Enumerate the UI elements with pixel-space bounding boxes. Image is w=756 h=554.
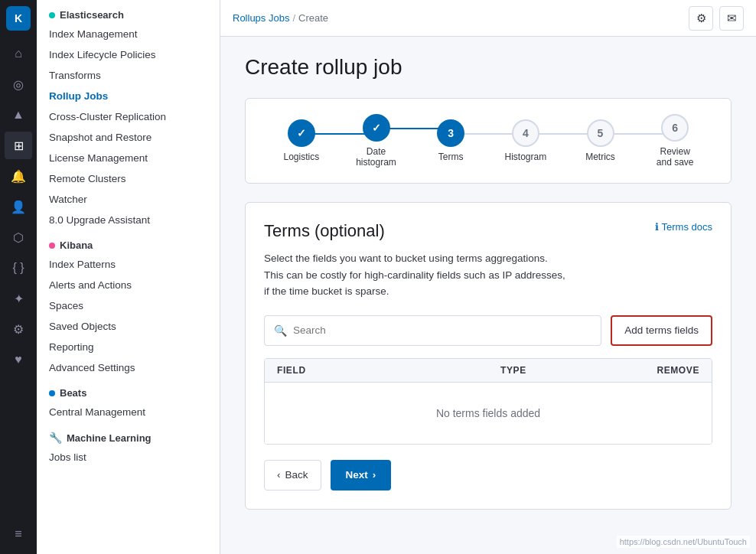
sidebar-item-saved-objects[interactable]: Saved Objects (37, 316, 220, 337)
breadcrumb: Rollups Jobs / Create (233, 12, 328, 24)
sidebar-section-beats: Beats (37, 378, 220, 402)
sidebar-item-jobs-list[interactable]: Jobs list (37, 447, 220, 468)
sidebar-section-ml: 🔧 Machine Learning (37, 422, 220, 447)
topbar-icons: ⚙ ✉ (689, 6, 744, 31)
rail-alert-icon[interactable]: 🔔 (5, 162, 32, 190)
gear-button[interactable]: ⚙ (689, 6, 713, 31)
step-1-circle: ✓ (288, 119, 315, 147)
step-2-label: Date histogram (356, 146, 396, 168)
step-5-circle: 5 (587, 119, 614, 147)
breadcrumb-separator: / (292, 12, 295, 24)
sidebar-section-elasticsearch: Elasticsearch (37, 0, 220, 24)
sidebar-section-kibana: Kibana (37, 230, 220, 254)
rail-menu-icon[interactable]: ≡ (5, 520, 32, 548)
search-input[interactable] (293, 324, 591, 336)
next-chevron-icon: › (373, 469, 376, 481)
mail-button[interactable]: ✉ (719, 6, 744, 31)
sidebar-item-license[interactable]: License Management (37, 148, 220, 168)
sidebar-item-central-management[interactable]: Central Management (37, 402, 220, 422)
step-4-circle: 4 (512, 119, 539, 147)
sidebar: Elasticsearch Index Management Index Lif… (37, 0, 220, 554)
step-terms[interactable]: 3 Terms (413, 119, 488, 162)
breadcrumb-create: Create (298, 12, 328, 24)
panel-title: Terms (optional) (264, 221, 385, 241)
rail-wrench-icon[interactable]: ⚙ (5, 315, 32, 343)
sidebar-item-cross-cluster[interactable]: Cross-Cluster Replication (37, 106, 220, 127)
col-field-header: Field (277, 365, 500, 376)
app-logo[interactable]: K (6, 6, 31, 31)
step-4-label: Histogram (505, 152, 547, 162)
page-title: Create rollup job (245, 55, 732, 80)
step-1-label: Logistics (283, 152, 319, 162)
beats-dot (49, 390, 55, 396)
sidebar-item-reporting[interactable]: Reporting (37, 337, 220, 357)
terms-docs-link[interactable]: ℹ Terms docs (655, 221, 712, 233)
step-date-histogram[interactable]: ✓ Date histogram (339, 114, 414, 168)
rail-home-icon[interactable]: ⌂ (5, 40, 32, 67)
step-histogram[interactable]: 4 Histogram (488, 119, 563, 162)
table-header: Field Type Remove (265, 359, 712, 383)
elasticsearch-dot (49, 12, 55, 18)
watermark: https://blog.csdn.net/UbuntuTouch (617, 536, 750, 548)
add-terms-fields-button[interactable]: Add terms fields (611, 315, 712, 346)
step-3-label: Terms (438, 152, 464, 162)
next-button[interactable]: Next › (331, 460, 392, 490)
main-wrapper: Rollups Jobs / Create ⚙ ✉ Create rollup … (220, 0, 756, 554)
rail-search-icon[interactable]: ◎ (5, 70, 32, 98)
rail-graph-icon[interactable]: ⬡ (5, 223, 32, 251)
sidebar-item-snapshot-restore[interactable]: Snapshot and Restore (37, 127, 220, 148)
panel-description: Select the fields you want to bucket usi… (264, 250, 712, 300)
table-empty-message: No terms fields added (265, 383, 712, 444)
step-2-circle: ✓ (363, 114, 390, 142)
rail-person-icon[interactable]: 👤 (5, 193, 32, 220)
sidebar-item-index-management[interactable]: Index Management (37, 24, 220, 44)
sidebar-item-watcher[interactable]: Watcher (37, 189, 220, 210)
rail-code-icon[interactable]: { } (5, 254, 32, 282)
docs-icon: ℹ (655, 221, 659, 233)
sidebar-item-advanced-settings[interactable]: Advanced Settings (37, 357, 220, 378)
search-action-row: 🔍 Add terms fields (264, 315, 712, 346)
sidebar-item-index-patterns[interactable]: Index Patterns (37, 254, 220, 275)
bottom-actions: ‹ Back Next › (264, 460, 712, 490)
step-6-circle: 6 (661, 114, 689, 142)
sidebar-item-upgrade-assistant[interactable]: 8.0 Upgrade Assistant (37, 210, 220, 230)
kibana-dot (49, 243, 55, 249)
step-6-label: Review and save (657, 146, 694, 168)
col-type-header: Type (500, 365, 623, 376)
content-panel: Terms (optional) ℹ Terms docs Select the… (245, 202, 732, 510)
icon-rail: K ⌂ ◎ ▲ ⊞ 🔔 👤 ⬡ { } ✦ ⚙ ♥ ≡ (0, 0, 37, 554)
topbar: Rollups Jobs / Create ⚙ ✉ (220, 0, 756, 37)
step-5-label: Metrics (585, 152, 615, 162)
breadcrumb-rollups[interactable]: Rollups Jobs (233, 12, 289, 24)
back-button[interactable]: ‹ Back (264, 460, 321, 490)
step-metrics[interactable]: 5 Metrics (563, 119, 638, 162)
wizard-steps: ✓ Logistics ✓ Date histogram 3 Terms 4 H… (245, 98, 732, 184)
rail-layers-icon[interactable]: ⊞ (5, 132, 32, 159)
step-3-circle: 3 (437, 119, 464, 147)
rail-star-icon[interactable]: ✦ (5, 285, 32, 312)
step-review-save[interactable]: 6 Review and save (637, 114, 712, 168)
sidebar-item-spaces[interactable]: Spaces (37, 295, 220, 316)
search-box: 🔍 (264, 315, 601, 346)
terms-table: Field Type Remove No terms fields added (264, 358, 712, 445)
sidebar-item-remote-clusters[interactable]: Remote Clusters (37, 168, 220, 189)
sidebar-item-transforms[interactable]: Transforms (37, 65, 220, 86)
col-remove-header: Remove (623, 365, 699, 376)
sidebar-item-rollup-jobs[interactable]: Rollup Jobs (37, 86, 220, 106)
panel-header: Terms (optional) ℹ Terms docs (264, 221, 712, 241)
step-logistics[interactable]: ✓ Logistics (264, 119, 339, 162)
sidebar-item-alerts-actions[interactable]: Alerts and Actions (37, 275, 220, 295)
main-content: Create rollup job ✓ Logistics ✓ Date his… (220, 37, 756, 554)
rail-heart-icon[interactable]: ♥ (5, 346, 32, 373)
search-icon: 🔍 (274, 324, 287, 337)
back-chevron-icon: ‹ (277, 469, 281, 481)
sidebar-item-index-lifecycle[interactable]: Index Lifecycle Policies (37, 44, 220, 65)
rail-chart-icon[interactable]: ▲ (5, 101, 32, 129)
